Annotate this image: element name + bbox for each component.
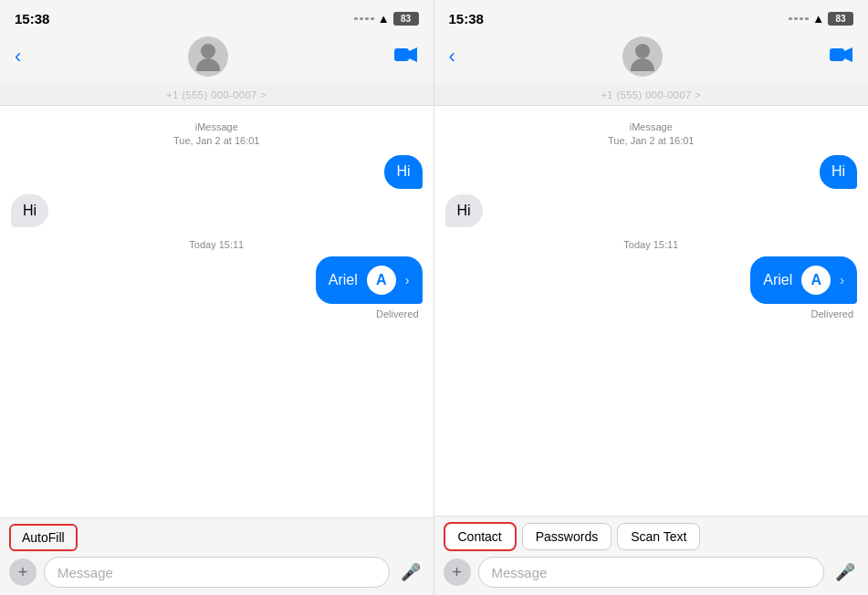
passwords-button[interactable]: Passwords <box>522 523 612 550</box>
signal-icon-right <box>789 17 809 20</box>
status-time-right: 15:38 <box>449 11 484 26</box>
bubble-received-left: Hi <box>11 194 48 228</box>
input-area-right: Contact Passwords Scan Text + Message 🎤 <box>434 516 869 595</box>
ariel-bubble-right[interactable]: Ariel A › <box>750 256 857 304</box>
message-input-row-left: + Message 🎤 <box>9 557 424 588</box>
nav-center-right <box>622 37 663 77</box>
contact-button[interactable]: Contact <box>444 522 517 551</box>
left-phone-panel: 15:38 ▲ 83 ‹ +1 (555) 000 <box>0 0 434 595</box>
add-button-left[interactable]: + <box>9 558 37 586</box>
svg-rect-0 <box>394 48 409 61</box>
contact-bar-right: +1 (555) 000-0007 > <box>434 84 869 106</box>
wifi-icon-left: ▲ <box>378 12 390 26</box>
mic-icon-left: 🎤 <box>401 562 421 582</box>
add-button-right[interactable]: + <box>444 558 471 586</box>
svg-rect-2 <box>830 48 844 61</box>
scan-text-button[interactable]: Scan Text <box>617 523 700 550</box>
avatar-person-right <box>622 37 663 77</box>
nav-bar-left: ‹ <box>0 33 434 84</box>
battery-left: 83 <box>393 12 419 26</box>
bubble-hi-sent-right: Hi <box>445 155 858 189</box>
ariel-text-left: Ariel <box>329 272 358 288</box>
status-icons-right: ▲ 83 <box>789 12 853 26</box>
status-time-left: 15:38 <box>15 11 49 26</box>
avatar-left <box>188 37 228 77</box>
message-placeholder-left: Message <box>58 565 113 580</box>
bubble-hi-received-right: Hi <box>445 194 858 228</box>
date-header-right: iMessage Tue, Jan 2 at 16:01 <box>445 120 858 149</box>
ariel-bubble-left[interactable]: Ariel A › <box>316 256 423 304</box>
svg-marker-1 <box>409 47 417 62</box>
contact-bar-left: +1 (555) 000-0007 > <box>0 84 434 106</box>
nav-bar-right: ‹ <box>434 33 869 84</box>
delivered-label-right: Delivered <box>445 308 854 319</box>
bubble-sent-right: Hi <box>820 155 857 189</box>
video-button-right[interactable] <box>830 47 853 68</box>
wifi-icon-right: ▲ <box>812 12 824 26</box>
mic-button-left[interactable]: 🎤 <box>397 558 424 586</box>
message-field-left[interactable]: Message <box>44 557 390 588</box>
messages-area-right: iMessage Tue, Jan 2 at 16:01 Hi Hi Today… <box>434 106 869 516</box>
bubble-hi-received-left: Hi <box>11 194 423 228</box>
input-area-left: AutoFill + Message 🎤 <box>0 517 434 595</box>
autofill-button[interactable]: AutoFill <box>9 524 78 551</box>
bubble-sent-left: Hi <box>384 155 422 189</box>
message-input-row-right: + Message 🎤 <box>444 557 860 588</box>
right-phone-panel: 15:38 ▲ 83 ‹ +1 (555) 000 <box>434 0 869 595</box>
today-header-left: Today 15:11 <box>11 239 423 250</box>
messages-area-left: iMessage Tue, Jan 2 at 16:01 Hi Hi Today… <box>0 106 434 517</box>
ariel-avatar-left: A <box>367 266 396 295</box>
back-button-left[interactable]: ‹ <box>15 45 21 68</box>
ariel-bubble-row-right: Ariel A › <box>445 256 858 304</box>
status-bar-left: 15:38 ▲ 83 <box>0 0 434 33</box>
date-header-left: iMessage Tue, Jan 2 at 16:01 <box>11 120 423 149</box>
ariel-avatar-right: A <box>801 266 831 295</box>
signal-icon-left <box>354 17 374 20</box>
bubble-received-right: Hi <box>445 194 483 228</box>
contact-number-right: +1 (555) 000-0007 > <box>601 89 701 100</box>
toolbar-buttons: Contact Passwords Scan Text <box>444 522 860 551</box>
autofill-bar: AutoFill <box>9 524 424 551</box>
avatar-right <box>622 37 663 77</box>
status-bar-right: 15:38 ▲ 83 <box>434 0 869 33</box>
svg-marker-3 <box>844 47 852 62</box>
bubble-hi-sent-left: Hi <box>11 155 423 189</box>
ariel-text-right: Ariel <box>763 272 792 288</box>
ariel-chevron-right: › <box>840 273 844 287</box>
contact-number-left: +1 (555) 000-0007 > <box>166 89 267 100</box>
mic-icon-right: 🎤 <box>835 562 855 582</box>
ariel-bubble-row-left: Ariel A › <box>11 256 423 304</box>
avatar-person-left <box>188 37 228 77</box>
delivered-label-left: Delivered <box>11 308 419 319</box>
today-header-right: Today 15:11 <box>445 239 858 250</box>
nav-center-left <box>188 37 228 77</box>
status-icons-left: ▲ 83 <box>354 12 419 26</box>
ariel-chevron-left: › <box>405 273 410 287</box>
message-placeholder-right: Message <box>492 565 548 580</box>
mic-button-right[interactable]: 🎤 <box>831 558 859 586</box>
message-field-right[interactable]: Message <box>478 557 825 588</box>
back-button-right[interactable]: ‹ <box>449 45 455 68</box>
battery-right: 83 <box>828 12 853 26</box>
video-button-left[interactable] <box>394 47 418 68</box>
